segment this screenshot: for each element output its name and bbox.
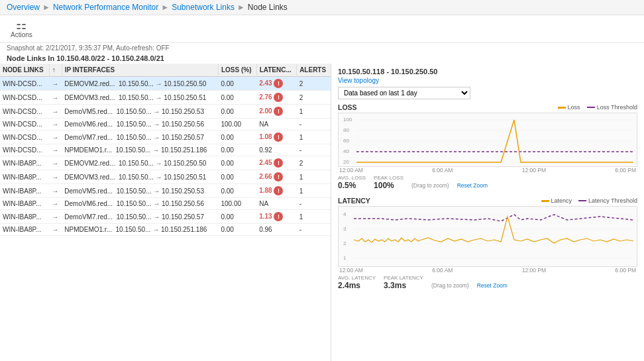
cell-ip-interfaces: DemoVM5.red... 10.150.50... → 10.150.250… [62, 184, 218, 198]
snapshot-text: Snapshot at: 2/21/2017, 9:35:37 PM, Auto… [7, 44, 170, 52]
cell-ip-interfaces: DemoVM6.red... 10.150.50... → 10.150.250… [62, 198, 218, 210]
table-row[interactable]: WIN-IBA8P...→DemoVM6.red... 10.150.50...… [0, 198, 331, 210]
table-row[interactable]: WIN-IBA8P...→DemoVM5.red... 10.150.50...… [0, 184, 331, 198]
latency-reset-zoom[interactable]: Reset Zoom [477, 282, 508, 289]
cell-node: WIN-IBA8P... [0, 184, 49, 198]
svg-text:40: 40 [343, 148, 349, 154]
latency-drag-hint: (Drag to zoom) [431, 282, 469, 289]
cell-arrow: → [49, 224, 62, 236]
avg-loss-value: 0.5% [338, 181, 356, 190]
cell-node: WIN-DCSD... [0, 105, 49, 119]
col-loss: LOSS (%) [218, 64, 256, 77]
snapshot-bar: Snapshot at: 2/21/2017, 9:35:37 PM, Auto… [0, 43, 644, 53]
table-row[interactable]: WIN-DCSD...→NPMDEMO1.r... 10.150.50... →… [0, 144, 331, 156]
latency-threshold-legend-item: Latency Threshold [578, 197, 637, 204]
cell-latency: NA [256, 119, 296, 130]
loss-legend-item: Loss [558, 104, 580, 111]
cell-alerts: 1 [297, 170, 331, 184]
latency-time-axis: 12:00 AM 6:00 AM 12:00 PM 6:00 PM [338, 267, 637, 274]
col-sort[interactable]: ↑ [49, 64, 62, 77]
main-layout: NODE LINKS ↑ IP INTERFACES LOSS (%) LATE… [0, 64, 644, 361]
cell-node: WIN-IBA8P... [0, 198, 49, 210]
time-range-select[interactable]: Data based on last 1 day [338, 87, 470, 99]
cell-ip-interfaces: DemoVM7.red... 10.150.50... → 10.150.250… [62, 130, 218, 144]
cell-loss: 0.00 [218, 184, 256, 198]
breadcrumb-sep-2: ► [161, 3, 169, 12]
cell-node: WIN-IBA8P... [0, 224, 49, 236]
cell-loss: 100.00 [218, 119, 256, 130]
cell-arrow: → [49, 184, 62, 198]
latency-chart-legend: Latency Latency Threshold [541, 197, 637, 204]
latency-legend-color [541, 200, 549, 202]
loss-chart-container: 100 80 60 40 20 [338, 113, 637, 167]
cell-alerts: - [297, 119, 331, 130]
table-row[interactable]: WIN-DCSD...→DemoVM6.red... 10.150.50... … [0, 119, 331, 130]
breadcrumb-current: Node Links [248, 3, 288, 12]
col-alerts: ALERTS [297, 64, 331, 77]
cell-latency: NA [256, 198, 296, 210]
cell-latency: 1.13 ! [256, 210, 296, 224]
latency-chart-header: LATENCY Latency Latency Threshold [338, 197, 637, 205]
loss-chart-section: LOSS Loss Loss Threshold 100 80 [338, 103, 637, 193]
cell-arrow: → [49, 77, 62, 91]
table-row[interactable]: WIN-DCSD...→DEMOVM2.red... 10.150.50... … [0, 77, 331, 91]
cell-alerts: - [297, 224, 331, 236]
breadcrumb-npm[interactable]: Network Performance Monitor [53, 3, 158, 12]
left-panel: NODE LINKS ↑ IP INTERFACES LOSS (%) LATE… [0, 64, 331, 361]
loss-legend-color [558, 107, 566, 109]
section-title: Node Links In 10.150.48.0/22 - 10.150.24… [0, 53, 644, 64]
cell-alerts: 2 [297, 156, 331, 170]
breadcrumb-overview[interactable]: Overview [7, 3, 40, 12]
col-latency: LATENC... [256, 64, 296, 77]
table-row[interactable]: WIN-DCSD...→DemoVM7.red... 10.150.50... … [0, 130, 331, 144]
cell-loss: 100.00 [218, 198, 256, 210]
actions-icon: ⚏ [16, 19, 27, 31]
table-row[interactable]: WIN-IBA8P...→DEMOVM3.red... 10.150.50...… [0, 170, 331, 184]
table-row[interactable]: WIN-IBA8P...→NPMDEMO1.r... 10.150.50... … [0, 224, 331, 236]
cell-loss: 0.00 [218, 130, 256, 144]
loss-threshold-legend-label: Loss Threshold [597, 104, 637, 111]
table-row[interactable]: WIN-IBA8P...→DemoVM7.red... 10.150.50...… [0, 210, 331, 224]
cell-latency: 2.00 ! [256, 105, 296, 119]
table-row[interactable]: WIN-DCSD...→DemoVM5.red... 10.150.50... … [0, 105, 331, 119]
cell-arrow: → [49, 130, 62, 144]
peak-loss-stat: PEAK LOSS 100% [374, 175, 403, 190]
cell-latency: 2.66 ! [256, 170, 296, 184]
cell-arrow: → [49, 198, 62, 210]
latency-legend-label: Latency [551, 197, 572, 204]
view-topology-link[interactable]: View topology [338, 77, 637, 84]
loss-chart-legend: Loss Loss Threshold [558, 104, 637, 111]
cell-loss: 0.00 [218, 77, 256, 91]
cell-loss: 0.00 [218, 210, 256, 224]
cell-latency: 2.45 ! [256, 156, 296, 170]
loss-legend-label: Loss [568, 104, 580, 111]
cell-latency: 1.88 ! [256, 184, 296, 198]
cell-node: WIN-IBA8P... [0, 170, 49, 184]
svg-text:80: 80 [343, 127, 349, 133]
breadcrumb-sep-3: ► [237, 3, 245, 12]
cell-alerts: - [297, 144, 331, 156]
cell-loss: 0.00 [218, 170, 256, 184]
cell-latency: 2.76 ! [256, 91, 296, 105]
cell-loss: 0.00 [218, 224, 256, 236]
cell-node: WIN-IBA8P... [0, 156, 49, 170]
cell-alerts: 1 [297, 105, 331, 119]
peak-loss-label: PEAK LOSS [374, 175, 403, 181]
table-header-row: NODE LINKS ↑ IP INTERFACES LOSS (%) LATE… [0, 64, 331, 77]
connection-header: 10.150.50.118 - 10.150.250.50 [338, 68, 637, 76]
toolbar: ⚏ Actions [0, 15, 644, 43]
cell-latency: 0.96 [256, 224, 296, 236]
table-row[interactable]: WIN-DCSD...→DEMOVM3.red... 10.150.50... … [0, 91, 331, 105]
cell-alerts: 1 [297, 210, 331, 224]
breadcrumb-subnetwork[interactable]: Subnetwork Links [172, 3, 235, 12]
latency-legend-item: Latency [541, 197, 572, 204]
cell-latency: 0.92 [256, 144, 296, 156]
latency-chart-container: 4 3 2 1 [338, 206, 637, 267]
breadcrumb: Overview ► Network Performance Monitor ►… [0, 0, 644, 15]
loss-reset-zoom[interactable]: Reset Zoom [457, 182, 488, 189]
cell-ip-interfaces: NPMDEMO1.r... 10.150.50... → 10.150.251.… [62, 224, 218, 236]
table-row[interactable]: WIN-IBA8P...→DEMOVM2.red... 10.150.50...… [0, 156, 331, 170]
cell-node: WIN-DCSD... [0, 130, 49, 144]
loss-chart-header: LOSS Loss Loss Threshold [338, 103, 637, 111]
actions-button[interactable]: ⚏ Actions [7, 18, 36, 40]
